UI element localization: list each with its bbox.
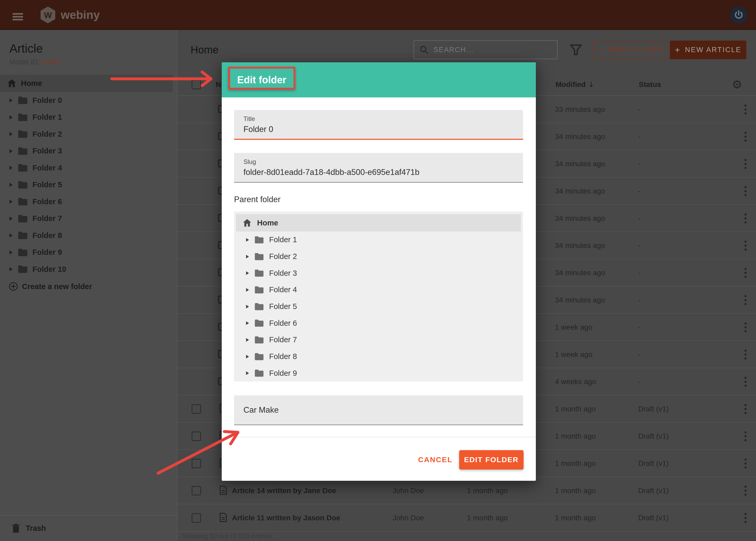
folder-icon: [18, 164, 28, 172]
row-modified: 1 month ago: [555, 423, 596, 450]
sidebar-folder-label: Folder 0: [32, 96, 62, 105]
row-menu-kebab-icon[interactable]: [744, 486, 747, 498]
sidebar-folder-item[interactable]: Folder 8: [0, 227, 177, 244]
chevron-right-icon[interactable]: [246, 305, 249, 308]
row-menu-kebab-icon[interactable]: [744, 513, 747, 525]
sidebar-folder-item[interactable]: Folder 1: [0, 109, 177, 126]
title-field[interactable]: Title Folder 0: [234, 110, 523, 140]
sidebar-folder-item[interactable]: Folder 2: [0, 126, 177, 143]
sidebar-folder-label: Folder 10: [32, 265, 66, 273]
plus-icon: +: [675, 45, 681, 55]
chevron-right-icon[interactable]: [9, 132, 13, 136]
new-article-button[interactable]: + NEW ARTICLE: [670, 41, 746, 59]
table-row-article[interactable]: Article 14 written by Jane Doe John Doe …: [178, 477, 756, 504]
sidebar-folder-item[interactable]: Folder 6: [0, 193, 177, 210]
chevron-right-icon[interactable]: [246, 255, 249, 259]
tree-folder-item[interactable]: Folder 6: [234, 315, 523, 331]
sidebar-folder-label: Folder 9: [32, 248, 62, 257]
row-checkbox[interactable]: [191, 486, 201, 495]
row-checkbox[interactable]: [191, 513, 201, 523]
tree-item-home[interactable]: Home: [236, 214, 521, 232]
model-title: Article: [9, 41, 43, 56]
sidebar-folder-item[interactable]: Folder 4: [0, 160, 177, 177]
sidebar-folder-item[interactable]: Folder 9: [0, 244, 177, 261]
row-menu-kebab-icon[interactable]: [744, 241, 747, 253]
slug-field[interactable]: Slug folder-8d01eadd-7a18-4dbb-a500-e695…: [234, 153, 523, 183]
chevron-right-icon[interactable]: [9, 115, 13, 119]
sidebar-folder-item[interactable]: Folder 5: [0, 177, 177, 194]
row-menu-kebab-icon[interactable]: [744, 214, 747, 225]
filter-icon[interactable]: [569, 43, 582, 56]
chevron-right-icon[interactable]: [246, 238, 249, 242]
row-menu-kebab-icon[interactable]: [744, 404, 747, 416]
row-checkbox[interactable]: [191, 459, 201, 468]
row-checkbox[interactable]: [191, 431, 201, 441]
column-header-modified[interactable]: Modified↓: [556, 73, 594, 96]
chevron-right-icon[interactable]: [246, 321, 249, 325]
chevron-right-icon[interactable]: [9, 250, 13, 255]
trash-section[interactable]: Trash: [0, 515, 177, 541]
hamburger-menu-icon[interactable]: [13, 13, 23, 20]
sidebar-folder-item[interactable]: Folder 10: [0, 261, 177, 278]
row-status: Draft (v1): [638, 477, 669, 504]
create-new-folder-button[interactable]: Create a new folder: [0, 278, 177, 295]
chevron-right-icon[interactable]: [246, 288, 249, 292]
edit-folder-dialog: Edit folder Title Folder 0 Slug folder-8…: [222, 62, 536, 481]
car-make-field[interactable]: Car Make: [234, 395, 523, 425]
chevron-right-icon[interactable]: [9, 183, 13, 187]
sidebar-item-home[interactable]: Home: [0, 75, 173, 92]
tree-folder-item[interactable]: Folder 4: [234, 281, 523, 298]
row-menu-kebab-icon[interactable]: [744, 322, 747, 334]
chevron-right-icon[interactable]: [9, 217, 13, 221]
sort-desc-icon: ↓: [588, 80, 594, 89]
chevron-right-icon[interactable]: [9, 200, 13, 204]
row-menu-kebab-icon[interactable]: [744, 132, 747, 144]
chevron-right-icon[interactable]: [246, 371, 249, 375]
sidebar-folder-item[interactable]: Folder 0: [0, 92, 177, 109]
tree-folder-item[interactable]: Folder 5: [234, 298, 523, 315]
chevron-right-icon[interactable]: [9, 233, 13, 238]
parent-folder-tree: Home Folder 1: [234, 212, 523, 381]
row-menu-kebab-icon[interactable]: [744, 431, 747, 443]
row-menu-kebab-icon[interactable]: [744, 458, 747, 470]
tree-folder-label: Folder 9: [269, 369, 297, 377]
table-settings-gear-icon[interactable]: ⚙: [732, 73, 742, 96]
row-checkbox[interactable]: [191, 404, 201, 414]
tree-folder-item[interactable]: Folder 7: [234, 331, 523, 348]
sign-out-button[interactable]: [730, 6, 747, 24]
chevron-right-icon[interactable]: [246, 271, 249, 275]
sidebar-folder-item[interactable]: Folder 7: [0, 210, 177, 227]
edit-folder-submit-button[interactable]: EDIT FOLDER: [459, 450, 524, 469]
select-all-checkbox[interactable]: [191, 80, 201, 89]
sidebar-folder-item[interactable]: Folder 3: [0, 143, 177, 160]
row-status: -: [638, 368, 640, 395]
search-box[interactable]: [414, 40, 558, 59]
column-header-status[interactable]: Status: [639, 73, 661, 96]
search-input[interactable]: [434, 46, 546, 54]
tree-folder-item[interactable]: Folder 2: [234, 248, 523, 265]
chevron-right-icon[interactable]: [9, 267, 13, 271]
table-row-article[interactable]: Article 11 written by Jason Doe John Doe…: [178, 504, 756, 532]
row-menu-kebab-icon[interactable]: [744, 105, 747, 116]
row-menu-kebab-icon[interactable]: [744, 349, 747, 361]
chevron-right-icon[interactable]: [9, 149, 13, 153]
entries-count: Showing 50 out of 100 entries.: [182, 532, 273, 540]
cancel-button[interactable]: CANCEL: [417, 450, 454, 469]
column-header-name[interactable]: N: [216, 73, 221, 96]
tree-folder-item[interactable]: Folder 1: [234, 232, 523, 248]
row-menu-kebab-icon[interactable]: [744, 186, 747, 198]
create-new-folder-label: Create a new folder: [22, 282, 92, 291]
chevron-right-icon[interactable]: [246, 338, 249, 342]
row-menu-kebab-icon[interactable]: [744, 377, 747, 389]
footer-divider: [222, 437, 536, 437]
tree-folder-item[interactable]: Folder 9: [234, 365, 523, 382]
row-menu-kebab-icon[interactable]: [744, 268, 747, 280]
chevron-right-icon[interactable]: [9, 166, 13, 170]
tree-folder-item[interactable]: Folder 3: [234, 265, 523, 281]
chevron-right-icon[interactable]: [246, 355, 249, 358]
chevron-right-icon[interactable]: [9, 98, 13, 102]
tree-folder-item[interactable]: Folder 8: [234, 348, 523, 365]
row-menu-kebab-icon[interactable]: [744, 159, 747, 171]
new-folder-button[interactable]: + NEW FOLDER: [593, 41, 668, 59]
row-menu-kebab-icon[interactable]: [744, 295, 747, 307]
